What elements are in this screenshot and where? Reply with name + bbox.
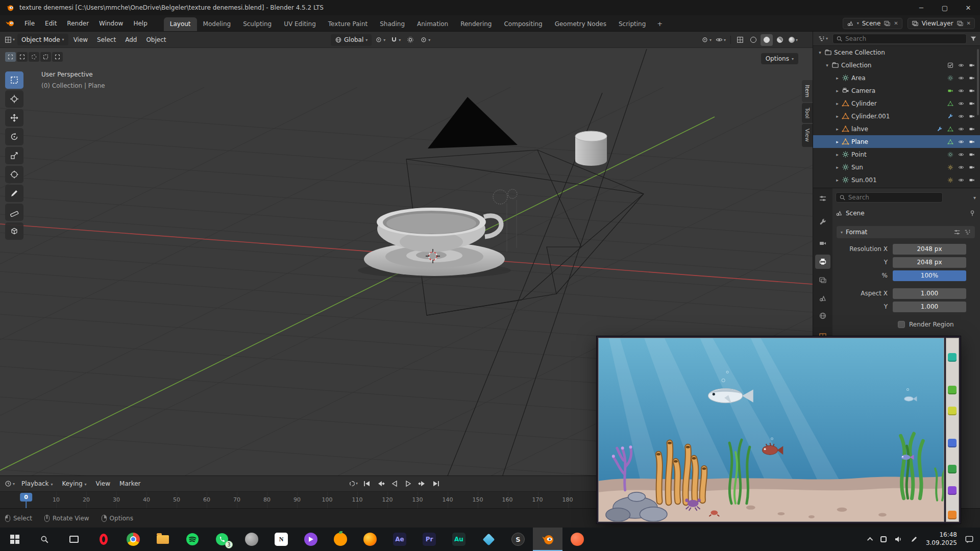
scene-selector[interactable]: ▾ Scene ✕ [843,18,902,29]
sidebar-tab-item[interactable]: Item [802,80,813,102]
tool-select-box[interactable] [5,71,23,89]
eye-icon[interactable] [958,164,964,170]
outliner-editor-type-button[interactable]: ▾ [816,33,829,44]
timeline-menu-marker[interactable]: Marker [115,480,144,487]
shading-rendered-button[interactable]: ▾ [787,34,799,46]
format-panel-header[interactable]: ▾ Format [837,226,975,238]
sidebar-tab-view[interactable]: View [802,124,813,146]
render-camera-icon[interactable] [969,101,975,107]
timeline-menu-playback[interactable]: Playback ▾ [17,480,57,487]
disclosure-icon[interactable]: ▸ [834,152,841,157]
timeline-editor-type-button[interactable]: ▾ [3,478,16,490]
start-button[interactable] [0,528,30,551]
menu-file[interactable]: File [19,15,40,31]
disclosure-icon[interactable]: ▸ [834,139,841,144]
outliner-search-input[interactable] [845,35,963,42]
properties-tab-tool[interactable] [815,215,830,229]
properties-search-input[interactable] [848,194,939,201]
render-camera-icon[interactable] [969,62,975,68]
select-box-button[interactable] [17,52,28,62]
properties-tab-scene[interactable] [815,291,830,306]
orientation-dropdown[interactable]: Global▾ [331,34,372,46]
taskbar-app-whatsapp[interactable]: 3 [207,528,237,551]
resolution-percent-slider[interactable]: 100% [893,270,966,281]
filter-icon[interactable] [970,35,977,42]
play-reverse-button[interactable] [388,478,401,489]
properties-filter-dropdown[interactable]: ▾ [973,195,976,201]
sidebar-tab-tool[interactable]: Tool [802,103,813,123]
outliner-row-sun-001[interactable]: ▸ Sun.001 [813,173,980,186]
checkbox-icon[interactable] [947,62,953,68]
select-circle-button[interactable] [29,52,39,62]
select-mode-extra-button[interactable] [52,52,63,62]
underwater-preview-window[interactable] [597,336,961,523]
taskbar-app-audition[interactable]: Au [444,528,474,551]
menu-edit[interactable]: Edit [40,15,62,31]
new-scene-icon[interactable] [884,20,891,27]
workspace-tab-animation[interactable]: Animation [411,17,454,31]
eye-icon[interactable] [958,101,964,107]
eye-icon[interactable] [958,126,964,132]
workspace-tab-uv-editing[interactable]: UV Editing [278,17,322,31]
shading-wireframe-button[interactable] [747,34,760,46]
viewport-menu-add[interactable]: Add [121,36,141,43]
disclosure-icon[interactable]: ▸ [834,114,841,119]
aspect-y-field[interactable]: 1.000 [893,302,966,312]
taskbar-clock[interactable]: 16:48 3.09.2025 [926,531,957,547]
properties-tab-render[interactable] [815,236,830,251]
pin-icon[interactable] [969,210,976,217]
render-camera-icon[interactable] [969,177,975,183]
cylinder-object[interactable] [575,131,607,166]
editor-type-button[interactable]: ▾ [3,34,16,45]
outliner-row-camera[interactable]: ▸ Camera [813,84,980,97]
jump-to-start-button[interactable] [361,478,373,489]
shading-material-button[interactable] [774,34,786,46]
disclosure-icon[interactable]: ▾ [823,63,831,68]
tray-generic-icon[interactable] [880,536,887,542]
proportional-editing-button[interactable] [404,34,416,46]
outliner-row-cylinder-001[interactable]: ▸ Cylinder.001 [813,110,980,122]
jump-prev-keyframe-button[interactable] [375,478,387,489]
options-dropdown[interactable]: Options▾ [761,53,798,64]
disclosure-icon[interactable]: ▸ [834,178,841,183]
remove-viewlayer-icon[interactable]: ✕ [967,20,971,26]
properties-editor-type-button[interactable] [815,191,830,206]
disclosure-icon[interactable]: ▸ [834,101,841,106]
taskbar-search-button[interactable] [30,528,59,551]
jump-next-keyframe-button[interactable] [416,478,428,489]
notification-center-icon[interactable] [965,535,974,544]
disclosure-icon[interactable]: ▸ [834,165,841,170]
play-button[interactable] [402,478,414,489]
add-workspace-button[interactable]: + [652,17,668,31]
tool-scale[interactable] [5,147,23,164]
overlay-tool-icon-5[interactable] [948,465,957,473]
taskbar-app-orange-fruit[interactable] [326,528,355,551]
eye-icon[interactable] [958,62,964,68]
snap-magnet-button[interactable]: ▾ [389,34,402,46]
properties-tab-world[interactable] [815,309,830,323]
outliner-row-lahve[interactable]: ▸ lahve [813,122,980,135]
disclosure-icon[interactable]: ▸ [834,88,841,93]
outliner-row-scene-collection[interactable]: ▾ Scene Collection [813,46,980,59]
gizmos-toggle-button[interactable]: ▾ [700,34,713,46]
overlay-tool-icon-4[interactable] [948,439,957,447]
shading-solid-button[interactable] [761,34,773,46]
menu-render[interactable]: Render [62,15,94,31]
overlay-tool-icon-2[interactable] [948,386,957,394]
outliner-row-area[interactable]: ▸ Area [813,71,980,84]
viewport-menu-object[interactable]: Object [142,36,170,43]
workspace-tab-sculpting[interactable]: Sculpting [237,17,278,31]
render-camera-icon[interactable] [969,152,975,158]
workspace-tab-texture-paint[interactable]: Texture Paint [322,17,374,31]
resolution-x-field[interactable]: 2048 px [893,244,966,255]
disclosure-icon[interactable]: ▸ [834,127,841,132]
eye-icon[interactable] [958,177,964,183]
overlay-tool-icon-6[interactable] [948,486,957,495]
select-tweak-button[interactable] [5,52,16,62]
outliner-row-collection[interactable]: ▾ Collection [813,59,980,71]
maximize-button[interactable]: ▢ [933,0,957,15]
aspect-x-field[interactable]: 1.000 [893,288,966,299]
eye-icon[interactable] [958,88,964,94]
workspace-tab-shading[interactable]: Shading [374,17,411,31]
overlay-tool-icon-1[interactable] [948,353,957,362]
